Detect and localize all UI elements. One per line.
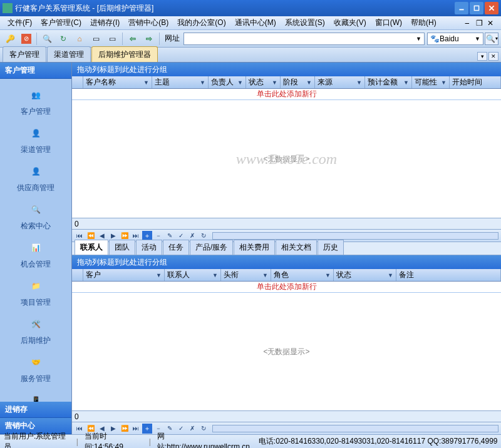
workspace: 客户管理 👥客户管理 👤渠道管理 👤供应商管理 🔍检索中心 📊机会管理 📁项目管… (0, 63, 501, 434)
menu-customer[interactable]: 客户管理(C) (37, 16, 85, 29)
tab-list-button[interactable]: ▾ (477, 52, 487, 61)
menu-office[interactable]: 我的办公室(O) (173, 16, 229, 29)
address-input[interactable]: ▼ (183, 33, 425, 45)
col-start-time[interactable]: 开始时间 (450, 76, 501, 88)
blank2-button[interactable]: ▭ (105, 31, 120, 46)
col-b-status[interactable]: 状态▼ (334, 269, 396, 281)
sidebar-item-service[interactable]: 🤝服务管理 (0, 350, 71, 388)
supplier-icon: 👤 (26, 161, 46, 181)
detail-tabs: 联系人 团队 活动 任务 产品/服务 相关费用 相关文档 历史 (72, 242, 501, 255)
service-icon: 🤝 (26, 352, 46, 372)
sidebar-item-search[interactable]: 🔍检索中心 (0, 197, 71, 235)
bottom-grid-body: <无数据显示> (72, 293, 501, 410)
mdi-restore[interactable]: ❐ (476, 19, 486, 28)
menu-marketing[interactable]: 营销中心(B) (125, 16, 172, 29)
bnav-first-icon[interactable]: ⏮ (75, 424, 85, 434)
col-customer-name[interactable]: 客户名称▼ (83, 76, 152, 88)
sidebar-item-project[interactable]: 📁项目管理 (0, 273, 71, 312)
svg-rect-1 (474, 6, 478, 10)
mdi-minimize[interactable]: ‒ (465, 19, 475, 28)
bnav-scrollbar[interactable] (212, 425, 498, 432)
menubar: 文件(F) 客户管理(C) 进销存(I) 营销中心(B) 我的办公室(O) 通讯… (0, 16, 501, 30)
forward-icon[interactable]: ⇨ (142, 31, 157, 46)
col-subject[interactable]: 主题▼ (152, 76, 209, 88)
stop-button[interactable]: ⊘ (19, 31, 34, 46)
sidebar-header-customer[interactable]: 客户管理 (0, 63, 71, 79)
bnav-add-icon[interactable]: ＋ (142, 424, 152, 434)
search-icon[interactable]: 🔍 (39, 31, 54, 46)
col-source[interactable]: 来源▼ (315, 76, 365, 88)
sidebar-header-inventory[interactable]: 进销存 (0, 402, 71, 418)
people-icon: 👥 (26, 85, 46, 105)
sidebar: 客户管理 👥客户管理 👤渠道管理 👤供应商管理 🔍检索中心 📊机会管理 📁项目管… (0, 63, 72, 434)
mdi-close[interactable]: ✕ (487, 19, 497, 28)
refresh-icon[interactable]: ↻ (56, 31, 71, 46)
col-probability[interactable]: 可能性▼ (412, 76, 450, 88)
key-icon[interactable]: 🔑 (3, 31, 18, 46)
blank-button[interactable]: ▭ (88, 31, 103, 46)
menu-help[interactable]: 帮助(H) (407, 16, 440, 29)
sidebar-item-call[interactable]: 📱来电处理 (0, 388, 71, 402)
maximize-button[interactable] (470, 2, 483, 14)
sidebar-item-maintenance[interactable]: 🛠️后期维护 (0, 312, 71, 350)
go-search-button[interactable]: 🔍▾ (485, 33, 498, 45)
magnifier-icon: 🔍 (26, 200, 46, 220)
top-grid-footer: 0 (72, 218, 501, 229)
nav-scrollbar[interactable] (212, 232, 498, 240)
col-amount[interactable]: 预计金额▼ (365, 76, 412, 88)
mdi-controls: ‒ ❐ ✕ (465, 19, 497, 28)
menu-favorites[interactable]: 收藏夹(V) (330, 16, 370, 29)
back-icon[interactable]: ⇦ (125, 31, 140, 46)
col-b-customer[interactable]: 客户▼ (83, 269, 165, 281)
subtab-contacts[interactable]: 联系人 (75, 240, 108, 255)
bottom-grid-footer: 0 (72, 410, 501, 422)
search-engine-combo[interactable]: 🐾Baidu▼ (427, 33, 483, 45)
empty-text-bottom: <无数据显示> (263, 347, 309, 357)
window-title: 行健客户关系管理系统 - [后期维护管理器] (15, 3, 453, 14)
main-panel: 拖动列标题到此处进行分组 客户名称▼ 主题▼ 负责人▼ 状态▼ 阶段▼ 来源▼ … (72, 63, 501, 434)
subtab-task[interactable]: 任务 (163, 240, 189, 255)
tab-close-button[interactable]: ✕ (488, 52, 498, 61)
col-stage[interactable]: 阶段▼ (281, 76, 315, 88)
menu-inventory[interactable]: 进销存(I) (86, 16, 123, 29)
minimize-button[interactable] (455, 2, 468, 14)
subtab-expense[interactable]: 相关费用 (234, 240, 275, 255)
col-b-remark[interactable]: 备注 (396, 269, 501, 281)
folder-icon: 📁 (26, 276, 46, 296)
sidebar-item-channel[interactable]: 👤渠道管理 (0, 121, 71, 159)
home-icon[interactable]: ⌂ (72, 31, 87, 46)
col-b-title[interactable]: 头衔▼ (221, 269, 271, 281)
address-label: 网址 (165, 33, 180, 44)
app-icon (3, 3, 13, 13)
tab-channel-mgmt[interactable]: 渠道管理 (47, 46, 91, 62)
subtab-product[interactable]: 产品/服务 (190, 240, 233, 255)
top-grid-group-panel[interactable]: 拖动列标题到此处进行分组 (72, 63, 501, 76)
menu-window[interactable]: 窗口(W) (371, 16, 406, 29)
col-b-role[interactable]: 角色▼ (271, 269, 334, 281)
tab-maintenance-mgr[interactable]: 后期维护管理器 (91, 46, 158, 62)
sidebar-item-opportunity[interactable]: 📊机会管理 (0, 235, 71, 273)
subtab-activity[interactable]: 活动 (136, 240, 162, 255)
menu-settings[interactable]: 系统设置(S) (281, 16, 329, 29)
tab-customer-mgmt[interactable]: 客户管理 (3, 46, 46, 62)
col-status[interactable]: 状态▼ (246, 76, 281, 88)
chart-icon: 📊 (26, 238, 46, 258)
status-phone: 电话:020-81416330,020-81493031,020-8141611… (259, 436, 497, 447)
bottom-grid-group-panel[interactable]: 拖动列标题到此处进行分组 (72, 255, 501, 269)
subtab-team[interactable]: 团队 (109, 240, 135, 255)
phone-icon: 📱 (26, 390, 46, 402)
menu-comm[interactable]: 通讯中心(M) (231, 16, 280, 29)
sidebar-item-customer[interactable]: 👥客户管理 (0, 83, 71, 121)
sidebar-item-supplier[interactable]: 👤供应商管理 (0, 159, 71, 197)
col-owner[interactable]: 负责人▼ (209, 76, 246, 88)
top-grid-body: <无数据显示> www.DuoTe.com (72, 100, 501, 218)
top-grid-header: 客户名称▼ 主题▼ 负责人▼ 状态▼ 阶段▼ 来源▼ 预计金额▼ 可能性▼ 开始… (72, 76, 501, 89)
close-button[interactable] (485, 2, 498, 14)
menu-file[interactable]: 文件(F) (4, 16, 36, 29)
top-grid-new-row[interactable]: 单击此处添加新行 (72, 89, 501, 100)
bottom-grid-new-row[interactable]: 单击此处添加新行 (72, 282, 501, 293)
subtab-history[interactable]: 历史 (318, 240, 344, 255)
bottom-grid-header: 客户▼ 联系人▼ 头衔▼ 角色▼ 状态▼ 备注 (72, 269, 501, 282)
col-b-contact[interactable]: 联系人▼ (165, 269, 221, 281)
subtab-docs[interactable]: 相关文档 (276, 240, 317, 255)
